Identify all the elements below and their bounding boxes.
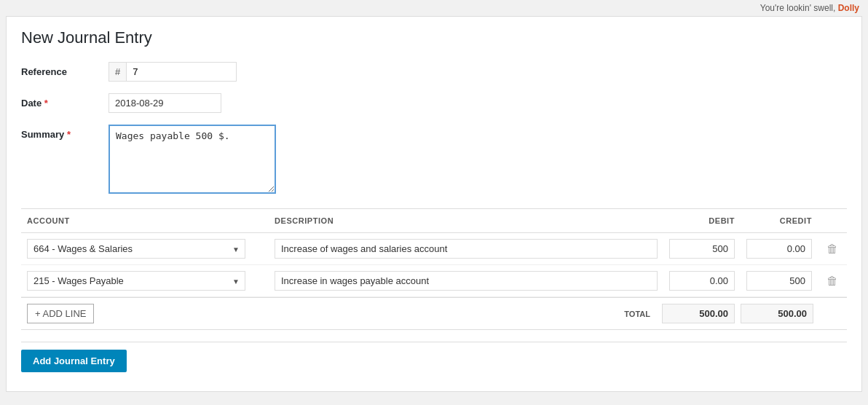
top-bar: You're lookin' swell, Dolly [0,0,868,16]
row2-account-select[interactable]: 215 - Wages Payable [27,271,245,291]
page-container: New Journal Entry Reference # Date * Sum… [6,16,862,392]
row2-delete-button[interactable]: 🗑 [824,273,841,289]
row2-account-select-wrapper: 215 - Wages Payable ▼ [27,271,245,291]
total-credit-value: 500.00 [741,304,813,323]
table-row: 215 - Wages Payable ▼ [21,265,847,297]
row2-account-cell: 215 - Wages Payable ▼ [21,265,269,297]
date-input[interactable] [108,93,221,113]
row1-description-cell [269,233,663,265]
row2-description-cell [269,265,663,297]
total-debit-value: 500.00 [662,304,735,323]
date-group: Date * [21,93,847,113]
total-section: TOTAL 500.00 500.00 [624,304,841,323]
page-title: New Journal Entry [21,28,847,47]
row1-delete-cell: 🗑 [818,233,847,265]
total-label: TOTAL [624,310,650,318]
reference-input[interactable] [127,63,236,81]
journal-table: ACCOUNT DESCRIPTION DEBIT CREDIT 664 - W… [21,209,847,297]
col-header-credit: CREDIT [741,209,818,233]
reference-wrapper: # [108,62,237,82]
date-required: * [44,98,48,109]
row1-account-cell: 664 - Wages & Salaries ▼ [21,233,269,265]
reference-hash: # [109,63,127,81]
col-header-delete [818,209,847,233]
row2-description-input[interactable] [275,271,658,291]
summary-group: Summary * [21,125,847,194]
journal-table-section: ACCOUNT DESCRIPTION DEBIT CREDIT 664 - W… [21,208,847,330]
row1-credit-input[interactable] [746,239,812,259]
row2-debit-input[interactable] [669,271,735,291]
form-actions: Add Journal Entry [21,342,847,380]
summary-required: * [67,129,71,140]
table-row: 664 - Wages & Salaries ▼ [21,233,847,265]
summary-label: Summary * [21,125,108,140]
row2-credit-input[interactable] [746,271,812,291]
submit-button[interactable]: Add Journal Entry [21,350,127,372]
row2-credit-cell [741,265,818,297]
row1-debit-input[interactable] [669,239,735,259]
row2-delete-cell: 🗑 [818,265,847,297]
table-header-row: ACCOUNT DESCRIPTION DEBIT CREDIT [21,209,847,233]
reference-group: Reference # [21,62,847,82]
summary-textarea[interactable] [108,125,276,194]
row1-delete-button[interactable]: 🗑 [824,241,841,257]
row1-debit-cell [663,233,741,265]
row1-credit-cell [741,233,818,265]
col-header-description: DESCRIPTION [269,209,663,233]
row1-description-input[interactable] [275,239,658,259]
add-line-button[interactable]: + ADD LINE [27,304,94,323]
row1-account-select-wrapper: 664 - Wages & Salaries ▼ [27,239,245,259]
date-label: Date * [21,93,108,109]
row1-account-select[interactable]: 664 - Wages & Salaries [27,239,245,259]
col-header-account: ACCOUNT [21,209,269,233]
row2-debit-cell [663,265,741,297]
col-header-debit: DEBIT [663,209,741,233]
user-name: Dolly [838,3,859,13]
table-footer: + ADD LINE TOTAL 500.00 500.00 [21,297,847,329]
greeting-text: You're lookin' swell, [760,3,836,13]
reference-label: Reference [21,62,108,77]
